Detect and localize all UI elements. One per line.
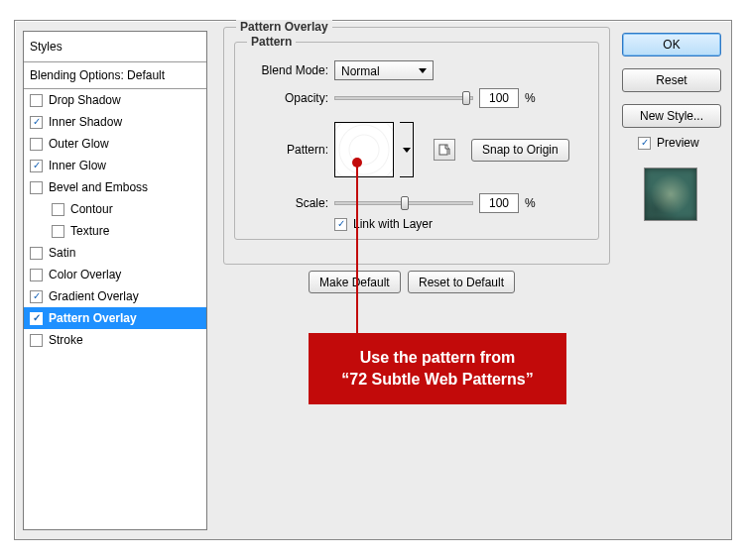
layer-style-dialog: Styles Blending Options: Default Drop Sh… [14, 20, 732, 540]
style-checkbox[interactable]: ✓ [30, 290, 43, 303]
reset-default-label: Reset to Default [419, 276, 504, 289]
link-with-layer-checkbox[interactable]: ✓ [334, 218, 347, 231]
opacity-input[interactable]: 100 [479, 88, 519, 108]
scale-slider[interactable] [334, 201, 473, 205]
scale-label: Scale: [289, 196, 328, 210]
annotation-callout: Use the pattern from “72 Subtle Web Patt… [309, 333, 566, 404]
style-item-label: Outer Glow [49, 137, 109, 151]
style-item-gradient-overlay[interactable]: ✓Gradient Overlay [24, 285, 206, 307]
new-style-button[interactable]: New Style... [622, 104, 721, 128]
style-item-label: Pattern Overlay [49, 311, 137, 325]
pattern-legend: Pattern [247, 35, 296, 49]
ok-label: OK [663, 38, 680, 52]
style-item-inner-shadow[interactable]: ✓Inner Shadow [24, 111, 206, 133]
opacity-slider[interactable] [334, 96, 473, 100]
style-item-label: Color Overlay [49, 268, 121, 281]
style-checkbox[interactable] [30, 181, 43, 194]
chevron-down-icon [403, 148, 411, 153]
blending-options-header[interactable]: Blending Options: Default [24, 62, 206, 89]
style-item-inner-glow[interactable]: ✓Inner Glow [24, 155, 206, 176]
style-item-label: Drop Shadow [49, 93, 121, 107]
style-item-texture[interactable]: Texture [24, 220, 206, 242]
preview-label: Preview [657, 136, 699, 150]
style-checkbox[interactable]: ✓ [30, 312, 43, 325]
annotation-line1: Use the pattern from [328, 347, 547, 369]
pattern-dropdown-button[interactable] [400, 122, 414, 177]
make-default-label: Make Default [319, 276, 390, 289]
style-checkbox[interactable] [30, 269, 43, 281]
snap-to-origin-button[interactable]: Snap to Origin [471, 139, 569, 162]
slider-thumb-icon[interactable] [401, 196, 409, 210]
pattern-swatch[interactable] [334, 122, 394, 177]
style-item-contour[interactable]: Contour [24, 198, 206, 220]
styles-title[interactable]: Styles [24, 32, 206, 62]
reset-button[interactable]: Reset [622, 68, 721, 92]
style-checkbox[interactable] [30, 334, 43, 347]
style-item-color-overlay[interactable]: Color Overlay [24, 264, 206, 285]
style-checkbox[interactable]: ✓ [30, 116, 43, 129]
scale-unit: % [525, 196, 536, 210]
make-default-button[interactable]: Make Default [309, 271, 401, 293]
opacity-label: Opacity: [273, 91, 328, 105]
style-checkbox[interactable] [30, 94, 43, 107]
style-item-label: Inner Glow [49, 159, 106, 172]
new-style-label: New Style... [640, 109, 703, 123]
style-item-label: Stroke [49, 333, 83, 347]
pattern-overlay-group: Pattern Overlay Pattern Blend Mode: Norm… [223, 27, 610, 265]
style-item-label: Inner Shadow [49, 115, 122, 129]
style-item-label: Texture [70, 224, 109, 238]
style-item-label: Contour [70, 202, 113, 216]
style-item-pattern-overlay[interactable]: ✓Pattern Overlay [24, 307, 206, 329]
style-item-bevel-and-emboss[interactable]: Bevel and Emboss [24, 176, 206, 198]
blend-mode-select[interactable]: Normal [334, 60, 434, 80]
reset-label: Reset [656, 73, 686, 87]
link-with-layer-label: Link with Layer [353, 217, 433, 231]
ok-button[interactable]: OK [622, 33, 721, 56]
style-item-outer-glow[interactable]: Outer Glow [24, 133, 206, 155]
style-checkbox[interactable] [52, 225, 64, 238]
style-item-label: Satin [49, 246, 75, 260]
style-checkbox[interactable] [30, 138, 43, 151]
style-item-drop-shadow[interactable]: Drop Shadow [24, 89, 206, 111]
opacity-unit: % [525, 91, 536, 105]
annotation-line2: “72 Subtle Web Patterns” [328, 369, 547, 391]
page-icon [438, 144, 450, 156]
style-item-label: Gradient Overlay [49, 289, 139, 303]
blend-mode-label: Blend Mode: [257, 63, 328, 77]
style-checkbox[interactable]: ✓ [30, 160, 43, 172]
preview-checkbox[interactable]: ✓ [638, 137, 651, 150]
annotation-line [356, 163, 358, 333]
pattern-overlay-legend: Pattern Overlay [236, 20, 332, 34]
style-item-stroke[interactable]: Stroke [24, 329, 206, 351]
pattern-group: Pattern Blend Mode: Normal Opacity: 100 … [234, 42, 599, 240]
style-checkbox[interactable] [52, 203, 64, 216]
pattern-label: Pattern: [277, 143, 328, 157]
style-item-label: Bevel and Emboss [49, 180, 148, 194]
blend-mode-value: Normal [341, 64, 380, 78]
snap-label: Snap to Origin [482, 143, 559, 157]
preview-swatch [644, 168, 697, 221]
scale-input[interactable]: 100 [479, 193, 519, 213]
styles-panel: Styles Blending Options: Default Drop Sh… [23, 31, 207, 530]
new-preset-button[interactable] [434, 139, 455, 161]
slider-thumb-icon[interactable] [462, 91, 470, 105]
chevron-down-icon [419, 68, 427, 73]
style-checkbox[interactable] [30, 247, 43, 260]
style-item-satin[interactable]: Satin [24, 242, 206, 264]
reset-to-default-button[interactable]: Reset to Default [408, 271, 515, 293]
